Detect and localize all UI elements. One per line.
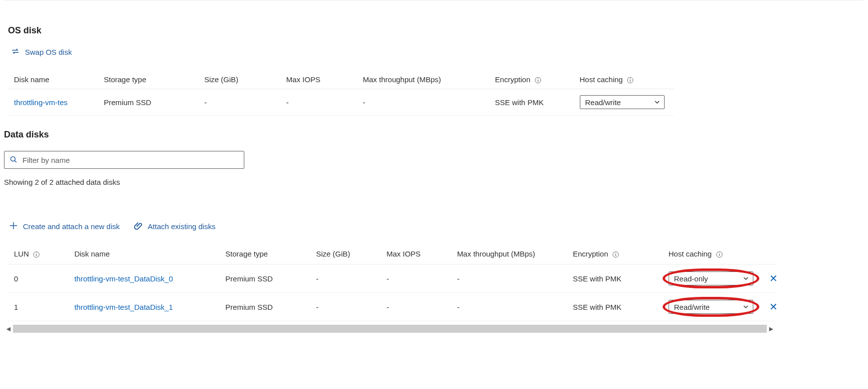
search-icon bbox=[9, 155, 17, 165]
col-size: Size (GiB) bbox=[310, 246, 380, 264]
col-encryption: Encryption bbox=[567, 246, 663, 264]
create-attach-label: Create and attach a new disk bbox=[23, 222, 120, 231]
cell-encryption: SSE with PMK bbox=[567, 293, 663, 321]
scroll-right-arrow[interactable]: ► bbox=[767, 324, 776, 333]
col-size: Size (GiB) bbox=[198, 71, 280, 89]
os-disk-max-iops: - bbox=[280, 89, 357, 116]
col-lun: LUN bbox=[8, 246, 68, 264]
cell-max-throughput: - bbox=[451, 264, 567, 293]
host-caching-value: Read/write bbox=[674, 303, 710, 311]
svg-point-15 bbox=[615, 253, 616, 254]
svg-point-12 bbox=[36, 253, 36, 254]
info-icon[interactable] bbox=[716, 251, 723, 258]
cell-storage-type: Premium SSD bbox=[219, 264, 310, 293]
os-disk-heading: OS disk bbox=[8, 25, 864, 36]
col-host-caching: Host caching bbox=[663, 246, 776, 264]
cell-storage-type: Premium SSD bbox=[219, 293, 310, 321]
os-disk-name-link[interactable]: throttling-vm-tes bbox=[14, 98, 68, 107]
os-disk-host-caching-value: Read/write bbox=[585, 98, 621, 107]
cell-size: - bbox=[310, 264, 380, 293]
cell-encryption: SSE with PMK bbox=[567, 264, 663, 293]
cell-lun: 1 bbox=[8, 293, 68, 321]
host-caching-value: Read-only bbox=[674, 274, 708, 283]
cell-max-iops: - bbox=[380, 264, 451, 293]
os-disk-table: Disk name Storage type Size (GiB) Max IO… bbox=[8, 71, 674, 116]
data-disk-name-link[interactable]: throttling-vm-test_DataDisk_0 bbox=[74, 274, 173, 283]
os-disk-size: - bbox=[198, 89, 280, 116]
cell-max-iops: - bbox=[380, 293, 451, 321]
col-storage-type: Storage type bbox=[219, 246, 310, 264]
cell-size: - bbox=[310, 293, 380, 321]
os-disk-host-caching-select[interactable]: Read/write bbox=[580, 95, 665, 109]
data-disk-row: 1 throttling-vm-test_DataDisk_1 Premium … bbox=[8, 293, 776, 321]
detach-disk-button[interactable]: ✕ bbox=[769, 272, 778, 284]
col-max-throughput: Max throughput (MBps) bbox=[357, 71, 489, 89]
chevron-down-icon bbox=[654, 99, 660, 105]
chevron-down-icon bbox=[743, 275, 749, 281]
col-max-throughput: Max throughput (MBps) bbox=[451, 246, 567, 264]
data-disk-name-link[interactable]: throttling-vm-test_DataDisk_1 bbox=[74, 303, 173, 311]
attach-existing-label: Attach existing disks bbox=[148, 222, 215, 231]
scroll-track[interactable] bbox=[13, 325, 767, 333]
info-icon[interactable] bbox=[612, 251, 619, 258]
os-disk-storage-type: Premium SSD bbox=[98, 89, 198, 116]
filter-by-name-input[interactable] bbox=[21, 155, 239, 165]
svg-point-6 bbox=[11, 156, 15, 161]
cell-max-throughput: - bbox=[451, 293, 567, 321]
col-host-caching: Host caching bbox=[574, 71, 675, 89]
swap-os-disk-label: Swap OS disk bbox=[25, 48, 72, 56]
col-max-iops: Max IOPS bbox=[280, 71, 357, 89]
data-disks-table: LUN Disk name Storage type Size (GiB) Ma… bbox=[8, 246, 776, 321]
plus-icon bbox=[9, 221, 18, 232]
info-icon[interactable] bbox=[33, 251, 40, 258]
col-max-iops: Max IOPS bbox=[380, 246, 451, 264]
data-disk-host-caching-select[interactable]: Read-only bbox=[669, 271, 753, 285]
svg-point-18 bbox=[719, 253, 719, 254]
swap-os-disk-button[interactable]: Swap OS disk bbox=[11, 47, 864, 57]
info-icon[interactable] bbox=[534, 77, 541, 84]
os-disk-encryption: SSE with PMK bbox=[489, 89, 574, 116]
horizontal-scrollbar[interactable]: ◄ ► bbox=[4, 324, 776, 333]
create-attach-new-disk-button[interactable]: Create and attach a new disk bbox=[9, 221, 120, 232]
col-disk-name: Disk name bbox=[68, 246, 219, 264]
os-disk-row: throttling-vm-tes Premium SSD - - - SSE … bbox=[8, 89, 674, 116]
chevron-down-icon bbox=[743, 304, 749, 310]
os-disk-max-throughput: - bbox=[357, 89, 489, 116]
detach-disk-button[interactable]: ✕ bbox=[769, 301, 778, 313]
col-storage-type: Storage type bbox=[98, 71, 198, 89]
svg-point-2 bbox=[537, 79, 538, 79]
scroll-left-arrow[interactable]: ◄ bbox=[4, 324, 13, 333]
swap-icon bbox=[11, 47, 20, 57]
cell-lun: 0 bbox=[8, 264, 68, 293]
col-disk-name: Disk name bbox=[8, 71, 98, 89]
col-encryption: Encryption bbox=[489, 71, 574, 89]
attach-existing-disks-button[interactable]: Attach existing disks bbox=[134, 221, 215, 232]
info-icon[interactable] bbox=[627, 77, 634, 84]
showing-count-text: Showing 2 of 2 attached data disks bbox=[4, 178, 864, 186]
filter-by-name-input-wrapper[interactable] bbox=[4, 151, 244, 169]
data-disk-row: 0 throttling-vm-test_DataDisk_0 Premium … bbox=[8, 264, 776, 293]
svg-point-5 bbox=[630, 79, 631, 79]
data-disk-host-caching-select[interactable]: Read/write bbox=[669, 300, 753, 314]
svg-line-7 bbox=[15, 160, 17, 162]
data-disks-heading: Data disks bbox=[4, 130, 864, 140]
attach-icon bbox=[134, 221, 143, 232]
